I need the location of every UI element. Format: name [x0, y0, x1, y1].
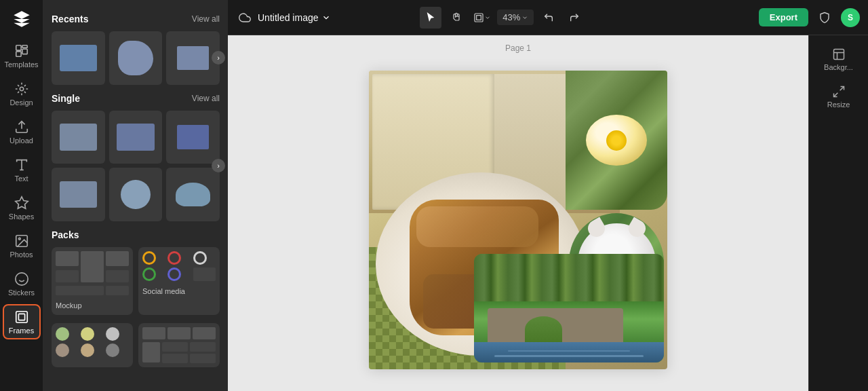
- recents-view-all[interactable]: View all: [192, 14, 220, 24]
- frame-pack-2[interactable]: [138, 323, 220, 367]
- pack-social-media[interactable]: Social media: [138, 247, 220, 315]
- svg-rect-16: [477, 15, 481, 20]
- recents-grid: ›: [52, 31, 220, 85]
- sidebar-item-photos-label: Photos: [9, 250, 33, 259]
- toolbar-right: Export S: [759, 7, 860, 29]
- canvas-frame[interactable]: [369, 71, 667, 369]
- cloud-save-button[interactable]: [236, 9, 254, 26]
- single-thumb-1[interactable]: [52, 111, 105, 164]
- select-tool-button[interactable]: [420, 7, 441, 29]
- svg-rect-14: [18, 314, 24, 320]
- recents-carousel-next[interactable]: ›: [212, 51, 225, 64]
- recents-title: Recents: [52, 14, 88, 24]
- sidebar-item-shapes-label: Shapes: [9, 212, 34, 221]
- main-area: Untitled image: [228, 0, 868, 391]
- sidebar-item-templates[interactable]: Templates: [3, 38, 41, 73]
- pack-mockup[interactable]: Mockup: [52, 247, 133, 315]
- sidebar-item-photos[interactable]: Photos: [3, 228, 41, 263]
- frame-tool-button[interactable]: [471, 7, 493, 29]
- pack-mockup-label: Mockup: [56, 301, 82, 310]
- sidebar-item-text[interactable]: Text: [3, 152, 41, 187]
- sidebar-item-frames[interactable]: Frames: [3, 304, 41, 339]
- sidebar-item-upload-label: Upload: [9, 136, 33, 145]
- svg-line-18: [840, 87, 844, 91]
- single-title: Single: [52, 93, 80, 104]
- avatar[interactable]: S: [841, 8, 860, 27]
- toolbar-center: 43%: [420, 7, 585, 29]
- sidebar-panel: Recents View all › Single View all: [43, 0, 228, 391]
- undo-button[interactable]: [538, 7, 559, 29]
- sidebar-item-upload[interactable]: Upload: [3, 114, 41, 149]
- doc-title[interactable]: Untitled image: [258, 12, 331, 23]
- pack-social-media-label: Social media: [142, 287, 185, 295]
- svg-rect-1: [22, 45, 26, 48]
- svg-point-10: [15, 272, 27, 284]
- sidebar-item-text-label: Text: [14, 174, 28, 183]
- packs-section-header: Packs: [52, 229, 220, 240]
- zoom-control[interactable]: 43%: [497, 10, 534, 25]
- single-thumb-5[interactable]: [109, 168, 163, 221]
- background-panel-item[interactable]: Backgr...: [812, 42, 866, 77]
- canvas-area: Page 1: [228, 35, 868, 391]
- sidebar-item-design[interactable]: Design: [3, 76, 41, 111]
- svg-point-4: [20, 87, 24, 91]
- export-button[interactable]: Export: [759, 8, 808, 26]
- single-thumb-6[interactable]: [166, 168, 220, 221]
- single-thumb-3[interactable]: [166, 111, 220, 164]
- app-logo[interactable]: [3, 5, 41, 33]
- sidebar-item-stickers-label: Stickers: [8, 288, 35, 297]
- svg-rect-13: [16, 311, 27, 322]
- frame-pack-1[interactable]: [52, 323, 133, 367]
- svg-rect-0: [16, 45, 20, 50]
- single-section-header: Single View all: [52, 93, 220, 104]
- recent-thumb-1[interactable]: [52, 31, 105, 85]
- toolbar: Untitled image: [228, 0, 868, 35]
- sidebar-item-stickers[interactable]: Stickers: [3, 266, 41, 301]
- sidebar-item-design-label: Design: [9, 98, 33, 107]
- svg-rect-3: [16, 51, 20, 56]
- landscape-image: [474, 254, 664, 362]
- svg-point-9: [18, 238, 20, 240]
- single-thumb-4[interactable]: [52, 168, 105, 221]
- canvas-container[interactable]: Page 1: [228, 35, 808, 391]
- toolbar-left: Untitled image: [236, 9, 331, 26]
- resize-panel-label: Resize: [827, 100, 850, 109]
- recent-thumb-2[interactable]: [109, 31, 163, 85]
- packs-grid: Mockup Social media: [52, 247, 220, 315]
- single-thumb-2[interactable]: [109, 111, 163, 164]
- svg-line-19: [833, 93, 837, 97]
- single-carousel-next[interactable]: ›: [212, 159, 225, 172]
- page-label: Page 1: [505, 43, 531, 53]
- svg-rect-15: [475, 14, 483, 22]
- sidebar-item-frames-label: Frames: [9, 327, 34, 335]
- shield-icon-button[interactable]: [814, 7, 835, 29]
- doc-title-text: Untitled image: [258, 12, 319, 23]
- redo-button[interactable]: [564, 7, 585, 29]
- sidebar-item-shapes[interactable]: Shapes: [3, 190, 41, 225]
- egg-image: [566, 71, 667, 210]
- zoom-value: 43%: [502, 12, 520, 22]
- sidebar-item-templates-label: Templates: [4, 60, 38, 69]
- right-panel: Backgr... Resize: [808, 35, 868, 391]
- frames-row: [52, 323, 220, 367]
- recents-section-header: Recents View all: [52, 14, 220, 24]
- icon-bar: Templates Design Upload Text Shapes: [0, 0, 43, 391]
- background-panel-label: Backgr...: [824, 63, 853, 71]
- svg-rect-2: [22, 49, 26, 54]
- svg-rect-17: [833, 50, 844, 60]
- hand-tool-button[interactable]: [446, 7, 467, 29]
- resize-panel-item[interactable]: Resize: [812, 79, 866, 114]
- packs-title: Packs: [52, 229, 79, 240]
- single-grid: ›: [52, 111, 220, 221]
- single-view-all[interactable]: View all: [192, 94, 220, 103]
